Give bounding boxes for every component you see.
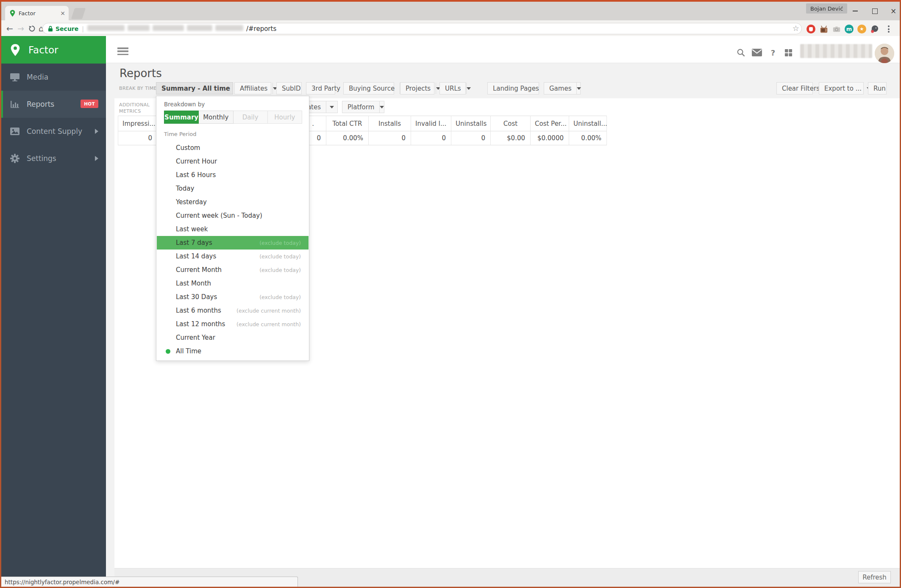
time-period-option[interactable]: Today bbox=[157, 182, 309, 195]
tab-monthly[interactable]: Monthly bbox=[199, 111, 233, 124]
star-extension-icon[interactable]: ★ bbox=[857, 25, 866, 33]
search-button[interactable] bbox=[735, 47, 747, 58]
clear-filters-button[interactable]: Clear Filters bbox=[776, 82, 813, 94]
column-header[interactable]: Uninstalls bbox=[451, 116, 491, 131]
m-extension-icon[interactable]: m bbox=[845, 25, 854, 33]
close-button[interactable]: × bbox=[884, 5, 901, 17]
filter-3rd-party[interactable]: 3rd Party bbox=[306, 82, 335, 94]
browser-profile-button[interactable]: Bojan Dević bbox=[806, 3, 847, 14]
messages-button[interactable] bbox=[751, 47, 763, 58]
image-icon bbox=[10, 126, 20, 136]
table-cell: 0.00% bbox=[569, 131, 607, 145]
time-period-option-highlighted[interactable]: Last 7 days(exclude today) bbox=[157, 236, 309, 250]
sidebar-item-media[interactable]: Media bbox=[1, 64, 106, 91]
table-cell: 0 bbox=[369, 131, 411, 145]
hamburger-menu-button[interactable] bbox=[117, 47, 128, 55]
elephant-glyph bbox=[870, 25, 879, 33]
tab-summary[interactable]: Summary bbox=[164, 111, 199, 124]
time-period-option[interactable]: Custom bbox=[157, 141, 309, 155]
run-button[interactable]: Run bbox=[868, 82, 887, 94]
filter-urls[interactable]: URLs bbox=[439, 82, 466, 94]
menu-dot bbox=[888, 31, 890, 33]
sidebar-item-settings[interactable]: Settings bbox=[1, 145, 106, 172]
app-topbar bbox=[106, 36, 900, 63]
url-bar[interactable]: Secure | /#reports bbox=[42, 23, 802, 34]
tab-title: Factor bbox=[19, 10, 60, 17]
tab-close-icon[interactable]: × bbox=[60, 10, 65, 17]
elephant-extension-icon[interactable] bbox=[870, 25, 879, 33]
minimize-button[interactable] bbox=[846, 5, 865, 17]
column-header[interactable]: Total CTR bbox=[326, 116, 369, 131]
time-period-option[interactable]: Last Month bbox=[157, 277, 309, 290]
time-period-option[interactable]: Current week (Sun - Today) bbox=[157, 209, 309, 222]
brand-label: Factor bbox=[28, 44, 58, 55]
filter-subid[interactable]: SubID bbox=[276, 82, 302, 94]
table-cell: $0.0000 bbox=[531, 131, 569, 145]
sidebar-item-reports[interactable]: Reports HOT bbox=[1, 91, 106, 118]
filter-platform[interactable]: Platform bbox=[342, 101, 384, 113]
filter-games[interactable]: Games bbox=[544, 82, 581, 94]
filter-buying-source[interactable]: Buying Source bbox=[343, 82, 394, 94]
table-cell: 0 bbox=[411, 131, 451, 145]
brand-pin-icon bbox=[10, 43, 21, 57]
filter-landing-pages[interactable]: Landing Pages bbox=[487, 82, 539, 94]
status-bar-tooltip: https://nightlyfactor.propelmedia.com/# bbox=[1, 577, 298, 587]
column-header[interactable]: Impressi... bbox=[118, 116, 158, 131]
maximize-icon bbox=[872, 8, 878, 14]
menu-dot bbox=[888, 25, 890, 27]
time-period-option[interactable]: Current Hour bbox=[157, 155, 309, 168]
browser-tab-factor[interactable]: Factor × bbox=[5, 6, 69, 20]
export-button[interactable]: Export to ... bbox=[819, 82, 864, 94]
breakdown-tabs: Summary Monthly Daily Hourly bbox=[164, 111, 302, 124]
filter-break-by-time[interactable]: Summary - All time bbox=[156, 82, 233, 94]
additional-metrics-label: ADDITIONAL METRICS bbox=[119, 102, 150, 114]
refresh-button[interactable]: Refresh bbox=[858, 571, 891, 583]
time-period-option[interactable]: Last 12 months(exclude current month) bbox=[157, 317, 309, 331]
time-period-option-selected[interactable]: All Time bbox=[157, 344, 309, 358]
tv-extension-icon[interactable] bbox=[819, 25, 828, 33]
sidebar-item-label: Settings bbox=[27, 154, 56, 163]
column-header[interactable]: Installs bbox=[369, 116, 411, 131]
chevron-down-icon bbox=[466, 83, 471, 94]
break-by-time-label: BREAK BY TIME bbox=[119, 85, 157, 92]
time-period-option[interactable]: Last 30 Days(exclude today) bbox=[157, 290, 309, 304]
back-icon: ← bbox=[6, 24, 13, 33]
column-header[interactable]: Uninstall... bbox=[569, 116, 607, 131]
time-period-option[interactable]: Last 6 months(exclude current month) bbox=[157, 304, 309, 317]
chevron-down-icon bbox=[326, 101, 337, 113]
time-period-option[interactable]: Current Month(exclude today) bbox=[157, 263, 309, 277]
tv-glyph bbox=[820, 25, 828, 33]
column-header[interactable]: Cost bbox=[491, 116, 531, 131]
filter-affiliates[interactable]: Affiliates bbox=[234, 82, 271, 94]
tab-daily[interactable]: Daily bbox=[234, 111, 268, 124]
adblock-extension-icon[interactable] bbox=[806, 25, 815, 33]
time-period-option[interactable]: Last 6 Hours bbox=[157, 168, 309, 182]
bookmark-star-icon[interactable]: ☆ bbox=[793, 24, 799, 33]
back-button[interactable]: ← bbox=[4, 23, 15, 34]
status-url: https://nightlyfactor.propelmedia.com/# bbox=[5, 579, 120, 585]
time-period-option[interactable]: Current Year bbox=[157, 331, 309, 344]
star-glyph: ★ bbox=[860, 26, 864, 32]
filter-projects[interactable]: Projects bbox=[400, 82, 434, 94]
sidebar-item-content-supply[interactable]: Content Supply bbox=[1, 118, 106, 145]
time-period-option[interactable]: Last week bbox=[157, 222, 309, 236]
column-header[interactable]: Cost Per... bbox=[531, 116, 569, 131]
avatar[interactable] bbox=[875, 44, 894, 63]
time-period-option[interactable]: Last 14 days(exclude today) bbox=[157, 250, 309, 263]
forward-button[interactable]: → bbox=[15, 23, 26, 34]
time-period-option[interactable]: Yesterday bbox=[157, 195, 309, 209]
column-header[interactable]: Invalid I... bbox=[411, 116, 451, 131]
chevron-right-icon bbox=[95, 129, 98, 134]
sidebar-item-label: Content Supply bbox=[27, 127, 82, 136]
sidebar-item-label: Media bbox=[27, 73, 48, 81]
apps-grid-button[interactable] bbox=[782, 47, 794, 58]
selected-dot-icon bbox=[166, 349, 170, 354]
sidebar-brand[interactable]: Factor bbox=[1, 36, 106, 64]
help-button[interactable]: ? bbox=[767, 47, 779, 58]
m-glyph: m bbox=[846, 26, 852, 32]
browser-menu-button[interactable] bbox=[887, 25, 890, 33]
tab-hourly[interactable]: Hourly bbox=[268, 111, 302, 124]
camera-extension-icon[interactable] bbox=[832, 25, 841, 33]
maximize-button[interactable] bbox=[865, 5, 884, 17]
user-name-blurred[interactable] bbox=[800, 44, 872, 58]
